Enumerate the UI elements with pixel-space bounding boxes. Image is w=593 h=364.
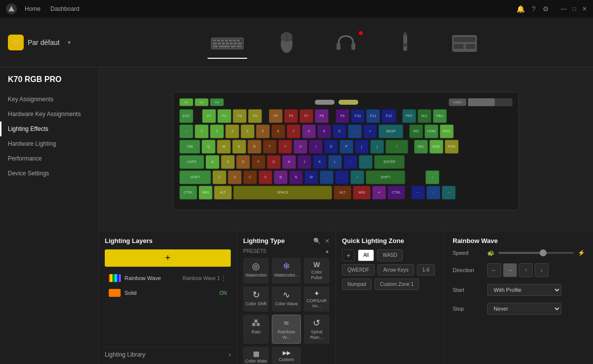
preset-watercolor2-label: Watercolor... xyxy=(274,273,298,278)
preset-custom-icon: ▶▶ xyxy=(283,350,291,356)
add-layer-button[interactable]: + xyxy=(105,249,231,267)
dashboard-nav[interactable]: Dashboard xyxy=(50,5,80,12)
preset-color-mate[interactable]: ▦ Color Mate xyxy=(243,347,269,364)
zone-wasd[interactable]: WASD xyxy=(377,249,403,261)
svg-rect-11 xyxy=(218,42,221,44)
dir-down-button[interactable]: ↓ xyxy=(535,263,549,277)
start-select[interactable]: With Profile On Startup On Click xyxy=(487,284,561,296)
zone-all[interactable]: All xyxy=(358,249,374,261)
preset-rainbow-wave-icon: ≈ xyxy=(284,318,289,328)
svg-rect-3 xyxy=(213,40,216,41)
layer-solid[interactable]: Solid ON xyxy=(105,286,231,299)
svg-rect-4 xyxy=(217,40,220,41)
device-keyboard[interactable] xyxy=(208,30,247,55)
zone-qwerdf[interactable]: QWERDF xyxy=(342,264,375,276)
preset-watercolor-icon: ◎ xyxy=(252,261,260,272)
sidebar-item-key-assignments[interactable]: Key Assignments xyxy=(0,92,98,107)
preset-rainbow-wave[interactable]: ≈ Rainbow W... xyxy=(272,315,300,344)
mouse-icon xyxy=(267,30,306,55)
lighting-layers-title: Lighting Layers xyxy=(105,237,231,244)
preset-color-pulse[interactable]: W Color Pulse xyxy=(304,258,330,283)
lighting-library-link[interactable]: Lighting Library › xyxy=(105,347,231,358)
content-area: G1 G2 G3 LOCK xyxy=(99,67,593,364)
layer-rainbow-sub: Rainbow Wave 1 xyxy=(183,276,220,281)
titlebar-icons: 🔔 ? ⚙ xyxy=(516,5,549,13)
preset-color-pulse-label: Color Pulse xyxy=(306,270,328,281)
dir-left-button[interactable]: ← xyxy=(487,263,501,277)
preset-watercolor[interactable]: ◎ Watercolor xyxy=(243,258,269,283)
lighting-layers-panel: Lighting Layers + Rainbow Wave Rainbow W… xyxy=(99,231,237,364)
stop-select[interactable]: Never On Exit On Click xyxy=(487,303,561,315)
zone-1-6[interactable]: 1-6 xyxy=(417,264,435,276)
device-dongle[interactable] xyxy=(385,30,425,55)
bell-icon[interactable]: 🔔 xyxy=(516,5,525,13)
stop-row: Stop Never On Exit On Click xyxy=(453,303,585,315)
preset-corsair[interactable]: ✦ CORSAIR Au... xyxy=(304,286,330,312)
sidebar-item-performance[interactable]: Performance xyxy=(0,151,98,166)
device-mouse[interactable] xyxy=(267,30,306,55)
search-icon[interactable]: 🔍 xyxy=(313,238,321,244)
lighting-type-icons: 🔍 ✕ xyxy=(313,238,330,244)
lighting-library-chevron-icon: › xyxy=(229,351,231,358)
lighting-type-panel: Lighting Type 🔍 ✕ PRESETS ▲ ◎ Watercolor xyxy=(237,231,336,364)
close-button[interactable]: ✕ xyxy=(582,5,587,12)
svg-rect-12 xyxy=(222,42,225,44)
speed-row: Speed 🐢 ⚡ xyxy=(453,249,585,256)
zone-custom-1[interactable]: Custom Zone 1 xyxy=(375,279,419,290)
quick-zone-title: Quick Lighting Zone xyxy=(342,237,438,244)
zone-arrow-keys[interactable]: Arrow Keys xyxy=(378,264,414,276)
speed-fast-icon: ⚡ xyxy=(578,249,585,256)
speed-label: Speed xyxy=(453,250,487,256)
layer-rainbow[interactable]: Rainbow Wave Rainbow Wave 1 ⋮ xyxy=(105,272,231,284)
preset-color-shift[interactable]: ↻ Color Shift xyxy=(243,286,269,312)
device-storage[interactable] xyxy=(445,30,484,55)
home-nav[interactable]: Home xyxy=(25,5,41,12)
preset-watercolor2[interactable]: ❄ Watercolor... xyxy=(272,258,300,283)
device-headset[interactable] xyxy=(326,30,366,55)
svg-rect-14 xyxy=(230,42,233,44)
preset-color-wave-icon: ∿ xyxy=(283,289,290,300)
sidebar-item-device-settings[interactable]: Device Settings xyxy=(0,166,98,181)
profile-icon: ◇ xyxy=(8,35,24,50)
zone-add-button[interactable]: + xyxy=(342,249,355,261)
speed-slider[interactable] xyxy=(499,252,574,254)
preset-rain[interactable]: ⁂ Rain xyxy=(243,315,269,344)
sidebar-item-hardware-key-assignments[interactable]: Hardware Key Assignments xyxy=(0,107,98,121)
preset-rainbow-wave-label: Rainbow W... xyxy=(274,329,298,340)
lighting-type-header: Lighting Type 🔍 ✕ xyxy=(243,237,330,244)
svg-point-28 xyxy=(404,43,407,46)
device-title: K70 RGB PRO xyxy=(0,75,98,92)
presets-collapse-icon[interactable]: ▲ xyxy=(325,248,330,254)
profile-name: Par défaut xyxy=(28,39,60,46)
profilebar: ◇ Par défaut ▾ xyxy=(0,18,593,67)
svg-rect-16 xyxy=(238,42,242,44)
svg-rect-9 xyxy=(237,40,240,41)
direction-row: Direction ← → ↑ ↓ xyxy=(453,263,585,277)
preset-color-mate-icon: ▦ xyxy=(253,350,259,358)
dir-up-button[interactable]: ↑ xyxy=(519,263,533,277)
preset-spiral-rain[interactable]: ↺ Spiral Rain... xyxy=(304,315,330,344)
sidebar: K70 RGB PRO Key Assignments Hardware Key… xyxy=(0,67,99,364)
dir-right-button[interactable]: → xyxy=(503,263,517,277)
svg-rect-32 xyxy=(466,44,475,49)
sidebar-item-hardware-lighting[interactable]: Hardware Lighting xyxy=(0,136,98,151)
help-icon[interactable]: ? xyxy=(532,5,536,13)
sidebar-item-lighting-effects[interactable]: Lighting Effects xyxy=(0,121,98,136)
layer-options-icon[interactable]: ⋮ xyxy=(220,274,227,282)
preset-color-shift-icon: ↻ xyxy=(253,289,260,300)
preset-color-wave[interactable]: ∿ Color Wave xyxy=(272,286,300,312)
settings-icon[interactable]: ⚙ xyxy=(543,5,549,13)
maximize-button[interactable]: □ xyxy=(573,5,576,12)
preset-spiral-rain-icon: ↺ xyxy=(313,318,320,328)
minimize-button[interactable]: — xyxy=(561,5,567,12)
zone-numpad[interactable]: Numpad xyxy=(342,279,372,290)
preset-color-pulse-icon: W xyxy=(313,261,320,269)
preset-color-shift-label: Color Shift xyxy=(246,301,266,307)
preset-custom[interactable]: ▶▶ Custom xyxy=(272,347,300,364)
rainbow-wave-title: Rainbow Wave xyxy=(453,237,585,244)
close-icon[interactable]: ✕ xyxy=(325,238,330,244)
preset-watercolor-label: Watercolor xyxy=(246,273,267,278)
preset-color-wave-label: Color Wave xyxy=(275,301,298,307)
profile-selector[interactable]: ◇ Par défaut ▾ xyxy=(8,35,107,50)
lighting-library-label: Lighting Library xyxy=(105,351,145,358)
